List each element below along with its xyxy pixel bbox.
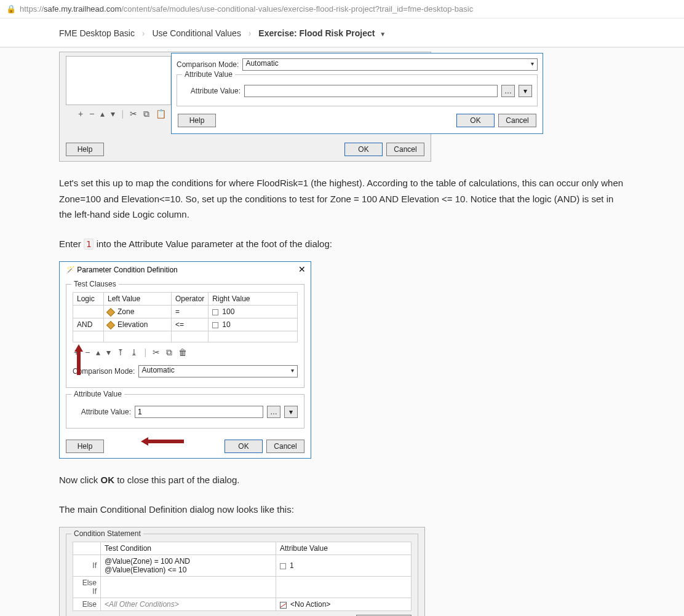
dropdown-button[interactable]: ▾ [519, 85, 532, 97]
url-path: /content/safe/modules/use-conditional-va… [121, 4, 473, 14]
table-row[interactable] [73, 331, 298, 342]
remove-icon[interactable]: − [89, 109, 94, 119]
separator-icon: | [121, 109, 124, 119]
no-action-icon [280, 602, 287, 609]
attribute-value-group-label: Attribute Value [71, 390, 124, 398]
cut-icon[interactable]: ✂ [153, 347, 160, 358]
attribute-value-label: Attribute Value: [182, 87, 241, 95]
wizard-icon: 🪄 [66, 266, 75, 274]
body-paragraph: Now click OK to close this part of the d… [59, 472, 625, 488]
browser-url-bar: 🔒 https://safe.my.trailhead.com/content/… [0, 0, 684, 18]
body-paragraph: Let's set this up to map the conditions … [59, 175, 625, 223]
inline-code: 1 [84, 239, 93, 250]
help-button[interactable]: Help [66, 440, 104, 453]
crumb-module[interactable]: Use Conditional Values [152, 28, 241, 38]
figure-parameter-condition-dialog: 🪄 Parameter Condition Definition ✕ Test … [59, 261, 625, 459]
remove-icon[interactable]: − [85, 347, 90, 358]
condition-statement-table[interactable]: Test Condition Attribute Value If @Value… [73, 542, 412, 611]
value-icon [280, 563, 286, 569]
body-paragraph: Enter 1 into the Attribute Value paramet… [59, 236, 625, 252]
figure-partial-dialog: Comparison Mode: Automatic Attribute Val… [59, 52, 625, 162]
attribute-value-group-label: Attribute Value [182, 70, 235, 79]
test-clauses-table[interactable]: Logic Left Value Operator Right Value Zo… [73, 292, 298, 342]
move-down-icon[interactable]: ▾ [106, 347, 111, 358]
ellipsis-button[interactable]: … [501, 85, 515, 97]
ok-button[interactable]: OK [456, 114, 495, 127]
table-row[interactable]: Else If [73, 577, 412, 598]
col-right-value: Right Value [209, 293, 298, 306]
condition-statement-group-label: Condition Statement [71, 529, 143, 538]
table-row[interactable]: If @Value(Zone) = 100 AND @Value(Elevati… [73, 555, 412, 577]
col-left-value: Left Value [104, 293, 172, 306]
table-row[interactable]: Zone = 100 [73, 306, 298, 318]
col-operator: Operator [172, 293, 209, 306]
caret-down-icon[interactable]: ▼ [380, 31, 386, 38]
chevron-right-icon: › [137, 28, 150, 38]
col-blank [73, 542, 101, 555]
cancel-button[interactable]: Cancel [266, 440, 304, 453]
help-button[interactable]: Help [66, 143, 104, 156]
trash-icon[interactable]: 🗑 [178, 347, 187, 358]
col-logic: Logic [73, 293, 104, 306]
site-header: FME Desktop Basic › Use Conditional Valu… [0, 18, 684, 47]
table-row[interactable]: AND Elevation <= 10 [73, 318, 298, 331]
close-icon[interactable]: ✕ [298, 264, 306, 274]
cancel-button[interactable]: Cancel [386, 143, 424, 156]
ellipsis-button[interactable]: … [267, 406, 280, 418]
cancel-button[interactable]: Cancel [498, 114, 536, 127]
crumb-root[interactable]: FME Desktop Basic [59, 28, 135, 38]
comparison-mode-label: Comparison Mode: [177, 60, 239, 69]
ok-button[interactable]: OK [225, 440, 263, 453]
value-icon [212, 309, 218, 315]
test-clauses-group-label: Test Clauses [71, 280, 119, 288]
copy-icon[interactable]: ⧉ [166, 347, 172, 358]
figure-condition-statement: Condition Statement Test Condition Attri… [59, 527, 625, 616]
crumb-current[interactable]: Exercise: Flood Risk Project [258, 28, 375, 38]
attribute-icon [106, 308, 115, 317]
body-paragraph: The main Conditional Definition dialog n… [59, 502, 625, 518]
attribute-value-input[interactable] [135, 406, 263, 418]
attribute-icon [106, 321, 115, 330]
add-icon[interactable]: + [78, 109, 83, 119]
comparison-mode-label: Comparison Mode: [73, 367, 135, 376]
url-host: safe.my.trailhead.com [44, 4, 121, 14]
move-bottom-icon[interactable]: ⤓ [130, 347, 138, 358]
add-icon[interactable]: + [74, 347, 79, 358]
move-down-icon[interactable]: ▾ [111, 109, 115, 119]
dropdown-button[interactable]: ▾ [284, 406, 298, 418]
move-top-icon[interactable]: ⤒ [117, 347, 124, 358]
table-row[interactable]: Else <All Other Conditions> <No Action> [73, 598, 412, 611]
separator-icon: | [144, 347, 146, 358]
lock-icon: 🔒 [6, 4, 16, 14]
paste-icon[interactable]: 📋 [156, 109, 166, 119]
ok-button[interactable]: OK [344, 143, 383, 156]
move-up-icon[interactable]: ▴ [96, 347, 100, 358]
attribute-value-label: Attribute Value: [73, 408, 131, 416]
col-test-condition: Test Condition [101, 542, 276, 555]
comparison-mode-select[interactable]: Automatic [138, 365, 298, 377]
list-pane [66, 57, 171, 105]
move-up-icon[interactable]: ▴ [100, 109, 105, 119]
chevron-right-icon: › [244, 28, 256, 38]
comparison-mode-select[interactable]: Automatic [242, 58, 538, 71]
copy-icon[interactable]: ⧉ [143, 109, 149, 119]
cut-icon[interactable]: ✂ [130, 109, 137, 119]
dialog-title: Parameter Condition Definition [77, 266, 177, 274]
value-icon [212, 322, 218, 328]
attribute-value-input[interactable] [244, 85, 498, 97]
help-button[interactable]: Help [178, 114, 216, 127]
col-attribute-value: Attribute Value [276, 542, 412, 555]
breadcrumb: FME Desktop Basic › Use Conditional Valu… [59, 18, 625, 47]
url-scheme: https:// [20, 4, 44, 14]
